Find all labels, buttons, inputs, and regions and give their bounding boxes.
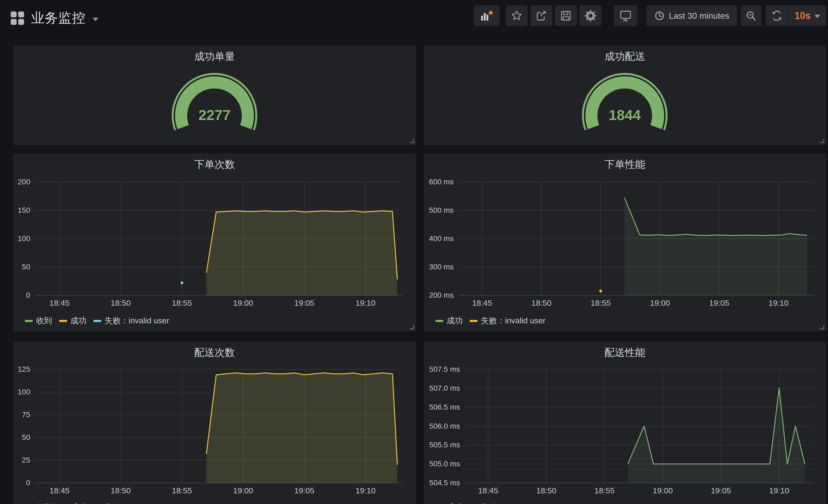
save-button[interactable] [555,5,577,26]
x-axis-label: 18:50 [111,299,131,307]
panel-order-performance-graph: 下单性能 200 ms300 ms400 ms500 ms600 ms18:45… [424,153,826,331]
grafana-dashboard: 业务监控 [0,0,828,504]
y-axis-label: 505.0 ms [429,460,460,468]
y-axis-label: 507.0 ms [429,384,460,392]
x-axis-label: 19:05 [294,299,314,307]
y-axis-label: 600 ms [429,178,454,186]
gauge-value: 2277 [199,107,231,123]
legend-label: 成功 [447,502,463,504]
x-axis-label: 19:10 [356,486,375,495]
graph-plot[interactable]: 504.5 ms505.0 ms505.5 ms506.0 ms506.5 ms… [424,341,826,504]
panel-success-delivery-gauge: 成功配送 1844 [424,45,826,145]
share-button[interactable] [530,5,552,26]
x-axis-label: 18:50 [531,299,551,307]
gauge-value: 1844 [609,107,641,123]
x-axis-label: 18:55 [172,299,192,307]
legend-item[interactable]: 失败：invalid user [93,315,169,326]
gauge-svg: 1844 [424,45,826,145]
y-axis-label: 500 ms [429,206,454,214]
time-range-button[interactable]: Last 30 minutes [647,5,737,26]
legend-item[interactable]: 成功 [436,315,463,326]
refresh-button[interactable]: 10s [766,5,826,26]
dashboard-icon[interactable] [11,11,24,25]
y-axis-label: 50 [22,433,30,442]
share-icon [535,10,547,22]
legend-item[interactable]: 收到 [25,315,52,326]
monitor-icon [619,10,632,22]
x-axis-label: 18:50 [111,486,131,495]
panel-delivery-count-graph: 配送次数 025507510012518:4518:5018:5519:0019… [13,341,416,504]
legend-label: 成功 [70,315,86,326]
clock-icon [654,11,665,21]
legend-label: 成功 [447,315,463,326]
x-axis-label: 19:00 [650,299,670,307]
refresh-now-button[interactable] [766,10,788,22]
graph-plot[interactable]: 200 ms300 ms400 ms500 ms600 ms18:4518:50… [424,153,826,331]
dashboard-title[interactable]: 业务监控 [31,9,86,27]
legend-item[interactable]: 失败：invalid user [470,315,546,326]
legend-item[interactable]: 成功 [59,502,86,504]
legend-label: 收到 [36,502,52,504]
legend-item[interactable]: 成功 [59,315,86,326]
x-axis-label: 19:00 [653,486,673,495]
legend-color-swatch [470,320,478,322]
x-axis-label: 18:55 [172,486,192,495]
y-axis-label: 50 [22,263,30,271]
x-axis-label: 18:45 [472,299,492,307]
x-axis-label: 19:10 [356,299,375,307]
legend-item[interactable]: 成功 [436,502,463,504]
y-axis-label: 100 [18,234,30,243]
star-button[interactable] [506,5,528,26]
legend-color-swatch [436,320,444,322]
chevron-down-icon[interactable] [92,18,98,21]
y-axis-label: 507.5 ms [429,365,460,373]
legend-item[interactable]: 收到 [25,502,52,504]
legend-label: 成功 [70,502,86,504]
y-axis-label: 504.5 ms [429,478,460,487]
legend-label: 收到 [36,315,52,326]
y-axis-label: 0 [26,478,30,487]
refresh-interval-label: 10s [795,10,811,21]
legend-color-swatch [59,320,67,322]
y-axis-label: 200 [18,178,30,186]
settings-button[interactable] [580,5,602,26]
legend-item[interactable]: 失败：invalid user [470,502,546,504]
bar-chart-plus-icon [480,10,493,21]
x-axis-label: 19:00 [233,486,253,495]
time-range-label: Last 30 minutes [669,11,729,21]
x-axis-label: 19:05 [294,486,314,495]
x-axis-label: 19:10 [769,299,788,307]
graph-plot[interactable]: 025507510012518:4518:5018:5519:0019:0519… [13,341,416,504]
star-icon [511,10,523,21]
x-axis-label: 18:55 [594,486,615,495]
gear-icon [584,10,597,22]
toolbar: Last 30 minutes [473,5,826,26]
graph-legend: 收到成功失败：invalid user [25,502,169,504]
legend-label: 失败：invalid user [481,502,546,504]
legend-item[interactable]: 失败：invalid user [93,502,169,504]
graph-legend: 成功失败：invalid user [436,315,546,326]
add-panel-button[interactable] [473,5,499,26]
refresh-icon [771,10,783,22]
x-axis-label: 18:55 [590,299,611,307]
panel-resize-handle[interactable] [820,139,824,143]
x-axis-label: 18:45 [49,486,70,495]
x-axis-label: 19:05 [711,486,731,495]
y-axis-label: 125 [18,365,30,373]
gauge-svg: 2277 [13,45,416,145]
gauge-success-delivery: 1844 [424,45,826,145]
graph-legend: 成功失败：invalid user [436,502,546,504]
panel-resize-handle[interactable] [410,139,414,143]
panel-resize-handle[interactable] [820,325,824,329]
chevron-down-icon [814,15,820,18]
panel-resize-handle[interactable] [410,325,414,329]
y-axis-label: 505.5 ms [429,441,460,449]
zoom-out-button[interactable] [741,5,761,26]
refresh-interval-picker[interactable]: 10s [789,10,826,21]
graph-delivery-count: 025507510012518:4518:5018:5519:0019:0519… [13,341,416,504]
graph-plot[interactable]: 05010015020018:4518:5018:5519:0019:0519:… [13,153,416,331]
y-axis-label: 200 ms [429,291,454,299]
tv-mode-button[interactable] [614,5,637,26]
panel-delivery-performance-graph: 配送性能 504.5 ms505.0 ms505.5 ms506.0 ms506… [424,341,826,504]
x-axis-label: 18:45 [478,486,498,495]
